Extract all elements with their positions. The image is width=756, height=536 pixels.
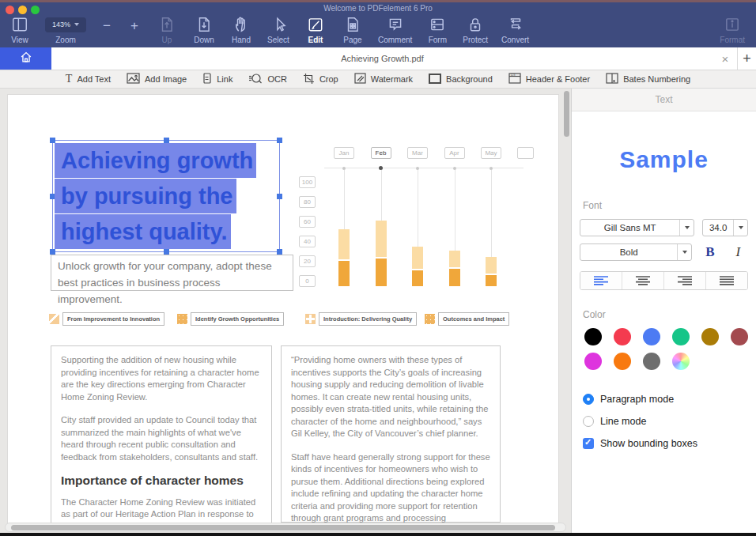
chart-bar-bottom[interactable]: [449, 269, 460, 286]
chart-bar-top[interactable]: [376, 221, 387, 257]
resize-handle[interactable]: [277, 138, 282, 143]
watermark-button[interactable]: Watermark: [354, 73, 413, 85]
font-style-dropdown[interactable]: Bold: [580, 243, 692, 261]
show-bounding-boxes-option[interactable]: Show bounding boxes: [583, 438, 756, 449]
crop-button[interactable]: Crop: [303, 73, 338, 86]
resize-handle[interactable]: [164, 138, 169, 143]
page-up-button[interactable]: Up: [155, 15, 179, 44]
background-button[interactable]: Background: [429, 74, 493, 85]
color-swatch[interactable]: [643, 353, 660, 370]
add-text-button[interactable]: T Add Text: [66, 74, 111, 84]
chart-month-label[interactable]: Feb: [371, 147, 391, 159]
color-swatch[interactable]: [584, 353, 602, 370]
select-tool-button[interactable]: Select: [266, 15, 290, 44]
color-swatch[interactable]: [672, 328, 690, 345]
chart-bar-bottom[interactable]: [412, 270, 423, 287]
chart-month-label[interactable]: May: [481, 147, 501, 159]
tag-item[interactable]: Outcomes and Impact: [425, 312, 509, 325]
header-footer-button[interactable]: 123 Header & Footer: [508, 73, 590, 85]
tag-dots-icon: [177, 314, 187, 324]
new-tab-button[interactable]: +: [737, 47, 756, 70]
line-mode-option[interactable]: Line mode: [583, 416, 756, 427]
column-heading: Importance of character homes: [61, 474, 262, 487]
comment-tool-button[interactable]: Comment: [378, 15, 412, 44]
resize-handle[interactable]: [164, 249, 169, 255]
chart-bar-top[interactable]: [338, 229, 350, 260]
color-swatch[interactable]: [672, 353, 690, 370]
chevron-down-icon: [679, 220, 694, 236]
align-right-button[interactable]: [664, 272, 706, 289]
color-swatch[interactable]: [701, 328, 719, 345]
paragraph-mode-option[interactable]: Paragraph mode: [583, 394, 756, 405]
resize-handle[interactable]: [277, 249, 282, 255]
zoom-level-dropdown[interactable]: 143%: [45, 17, 86, 32]
edit-tool-button[interactable]: Edit: [304, 15, 327, 44]
pdf-page[interactable]: Achieving growth by pursuing the highest…: [8, 95, 558, 524]
home-button[interactable]: [0, 47, 51, 70]
resize-handle[interactable]: [50, 138, 55, 143]
checkbox-checked-icon[interactable]: [583, 438, 594, 449]
document-canvas[interactable]: Achieving growth by pursuing the highest…: [0, 89, 571, 533]
chart-month-label[interactable]: Jan: [334, 147, 354, 159]
view-panes-icon: [11, 15, 28, 34]
bold-button[interactable]: B: [700, 244, 720, 260]
chart-y-tick: 100: [299, 176, 316, 188]
bates-numbering-button[interactable]: Bates Numbering: [606, 73, 690, 85]
header-footer-icon: 123: [508, 73, 521, 85]
page-tool-button[interactable]: Page: [341, 15, 365, 44]
chart-bar-top[interactable]: [412, 247, 423, 268]
format-tool-button[interactable]: Format: [720, 15, 745, 44]
tag-item[interactable]: Identify Growth Opportunities: [177, 312, 284, 325]
color-swatch[interactable]: [614, 328, 631, 345]
horizontal-scrollbar-thumb[interactable]: [11, 525, 555, 530]
ocr-button[interactable]: OCR: [248, 73, 286, 85]
font-family-dropdown[interactable]: Gill Sans MT: [580, 219, 694, 236]
convert-tool-button[interactable]: Convert: [501, 15, 529, 44]
tab-bar: Achieving Growth.pdf × +: [0, 47, 756, 70]
chart-bar-bottom[interactable]: [376, 259, 387, 287]
color-swatch[interactable]: [614, 353, 631, 370]
protect-tool-button[interactable]: Protect: [463, 15, 488, 44]
color-swatch[interactable]: [584, 328, 602, 345]
chart-bar-bottom[interactable]: [338, 261, 350, 286]
chart-month-label[interactable]: Apr: [444, 147, 465, 159]
radio-selected-icon[interactable]: [583, 394, 594, 405]
align-left-button[interactable]: [580, 272, 622, 289]
right-text-column[interactable]: “Providing home owners with these types …: [281, 345, 501, 523]
page-down-button[interactable]: Down: [192, 15, 216, 44]
color-swatch[interactable]: [643, 328, 660, 345]
chart-bar-top[interactable]: [486, 257, 497, 274]
page-grid-icon: [344, 15, 361, 34]
resize-handle[interactable]: [50, 249, 55, 255]
watermark-icon: [354, 73, 366, 85]
font-size-dropdown[interactable]: 34.0: [702, 219, 748, 236]
document-tab[interactable]: Achieving Growth.pdf: [51, 47, 713, 70]
chart-bar-bottom[interactable]: [486, 275, 497, 286]
horizontal-scrollbar[interactable]: [5, 523, 566, 532]
chart-empty-box[interactable]: [517, 147, 534, 159]
left-text-column[interactable]: Supporting the addition of new housing w…: [51, 345, 272, 524]
view-button[interactable]: View: [8, 15, 32, 44]
close-tab-button[interactable]: ×: [713, 47, 737, 70]
chart-month-label[interactable]: Mar: [407, 147, 428, 159]
form-tool-button[interactable]: Form: [425, 15, 449, 44]
link-button[interactable]: Link: [202, 73, 232, 85]
zoom-in-button[interactable]: +: [127, 18, 142, 34]
add-image-button[interactable]: Add Image: [127, 73, 187, 85]
tag-item[interactable]: From Improvement to Innovation: [49, 312, 164, 325]
hand-tool-button[interactable]: Hand: [229, 15, 253, 44]
align-center-button[interactable]: [622, 272, 664, 289]
background-icon: [429, 74, 441, 85]
chart-bar-top[interactable]: [449, 251, 460, 267]
zoom-out-button[interactable]: −: [100, 18, 114, 34]
document-subtitle[interactable]: Unlock growth for your company, adopt th…: [51, 255, 293, 291]
color-swatch[interactable]: [731, 328, 748, 345]
zoom-control[interactable]: 143% Zoom: [45, 15, 86, 44]
tag-item[interactable]: Introduction: Delivering Quality: [305, 312, 417, 325]
document-heading[interactable]: Achieving growth by pursuing the highest…: [55, 143, 292, 250]
vertical-scrollbar[interactable]: [564, 91, 569, 137]
tag-plus-icon: [305, 314, 316, 324]
radio-unselected-icon[interactable]: [583, 416, 594, 427]
italic-button[interactable]: I: [728, 244, 748, 260]
align-justify-button[interactable]: [706, 272, 747, 289]
